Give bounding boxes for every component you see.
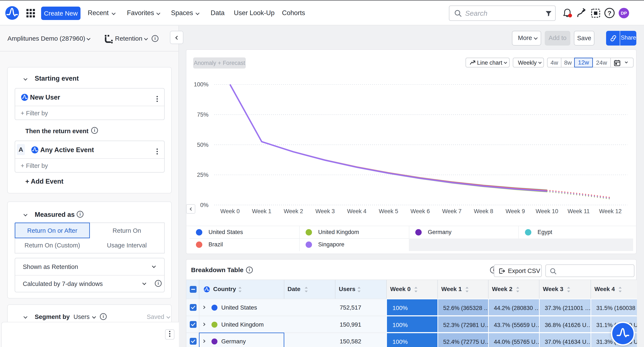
- svg-text:100%: 100%: [194, 81, 208, 88]
- svg-text:25%: 25%: [197, 172, 208, 178]
- svg-text:Week 5: Week 5: [379, 208, 398, 214]
- svg-text:Week 9: Week 9: [506, 208, 525, 214]
- svg-text:Week 12: Week 12: [599, 208, 622, 214]
- svg-text:Week 1: Week 1: [252, 208, 271, 214]
- svg-text:Week 2: Week 2: [284, 208, 303, 214]
- svg-text:Week 11: Week 11: [568, 208, 590, 214]
- svg-text:Week 7: Week 7: [442, 208, 462, 214]
- svg-text:Week 0: Week 0: [220, 208, 240, 214]
- svg-text:50%: 50%: [197, 142, 208, 148]
- svg-text:Week 3: Week 3: [316, 208, 335, 214]
- svg-text:Week 8: Week 8: [474, 208, 493, 214]
- svg-text:0%: 0%: [200, 202, 208, 208]
- svg-text:Week 6: Week 6: [410, 208, 430, 214]
- svg-text:Week 4: Week 4: [347, 208, 366, 214]
- svg-text:75%: 75%: [197, 111, 208, 118]
- svg-text:Week 10: Week 10: [536, 208, 558, 214]
